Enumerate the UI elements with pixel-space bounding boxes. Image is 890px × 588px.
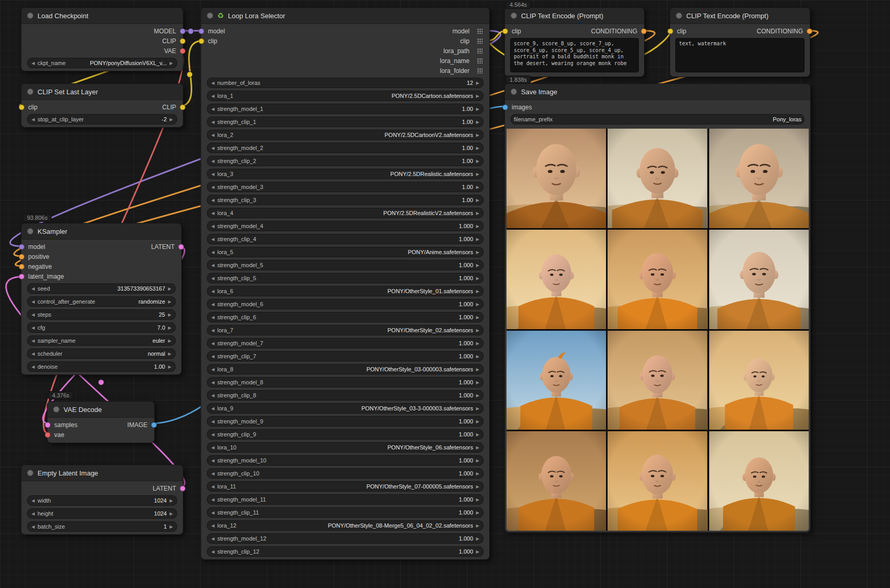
node-header[interactable]: CLIP Text Encode (Prompt) xyxy=(505,8,644,24)
decrement-arrow-icon[interactable]: ◀ xyxy=(210,406,216,411)
decrement-arrow-icon[interactable]: ◀ xyxy=(210,172,216,177)
decrement-arrow-icon[interactable]: ◀ xyxy=(30,326,36,330)
generated-image[interactable] xyxy=(506,431,606,531)
decrement-arrow-icon[interactable]: ◀ xyxy=(30,286,36,291)
increment-arrow-icon[interactable]: ▶ xyxy=(167,352,172,356)
increment-arrow-icon[interactable]: ▶ xyxy=(167,339,172,343)
cfg-widget[interactable]: ◀cfg7.0▶ xyxy=(27,322,176,333)
clip-input-slot[interactable] xyxy=(502,28,508,34)
negative-prompt-text-input[interactable]: text, watermark xyxy=(675,38,805,72)
increment-arrow-icon[interactable]: ▶ xyxy=(167,286,172,291)
node-loop-lora-selector[interactable]: ♻ Loop Lora Selector model model clip cl… xyxy=(201,7,490,560)
filename-prefix-widget[interactable]: filename_prefix Pony_loras xyxy=(511,114,805,124)
link-midpoint-dot-clip[interactable] xyxy=(187,71,193,78)
lora-name-widget[interactable]: ◀lora_5PONY/Anime.safetensors▶ xyxy=(207,247,484,257)
height-widget[interactable]: ◀height1024▶ xyxy=(27,508,177,519)
stop-at-clip-layer-widget[interactable]: ◀ stop_at_clip_layer -2 ▶ xyxy=(27,114,177,124)
list-output-icon[interactable] xyxy=(477,68,483,73)
prev-arrow-icon[interactable]: ◀ xyxy=(30,61,36,66)
node-clip-text-encode-negative[interactable]: CLIP Text Encode (Prompt) clip CONDITION… xyxy=(670,7,810,77)
generated-image[interactable] xyxy=(709,331,809,430)
clip-input-slot[interactable] xyxy=(668,28,673,34)
scheduler-widget[interactable]: ◀schedulernormal▶ xyxy=(27,348,176,359)
vae-input-slot[interactable] xyxy=(45,432,51,437)
collapse-dot[interactable] xyxy=(27,228,33,234)
decrement-arrow-icon[interactable]: ◀ xyxy=(210,367,216,372)
strength-clip-widget[interactable]: ◀strength_clip_71.000▶ xyxy=(207,351,484,361)
increment-arrow-icon[interactable]: ▶ xyxy=(475,81,480,85)
decrement-arrow-icon[interactable]: ◀ xyxy=(210,497,216,502)
list-output-icon[interactable] xyxy=(477,58,483,64)
increment-arrow-icon[interactable]: ▶ xyxy=(475,276,480,281)
strength-model-widget[interactable]: ◀strength_model_101.000▶ xyxy=(207,455,484,466)
model-output-slot[interactable] xyxy=(180,28,186,34)
negative-input-slot[interactable] xyxy=(19,264,24,269)
control-after-generate-widget[interactable]: ◀control_after_generaterandomize▶ xyxy=(27,296,176,307)
increment-arrow-icon[interactable]: ▶ xyxy=(475,302,480,307)
node-clip-set-last-layer[interactable]: CLIP Set Last Layer clip CLIP ◀ stop_at_… xyxy=(21,83,183,128)
sampler-name-widget[interactable]: ◀sampler_nameeuler▶ xyxy=(27,335,176,346)
collapse-dot[interactable] xyxy=(207,12,213,19)
lora-name-widget[interactable]: ◀lora_10PONY/OtherStyle_06.safetensors▶ xyxy=(207,442,484,453)
decrement-arrow-icon[interactable]: ◀ xyxy=(210,224,216,229)
node-header[interactable]: Save Image xyxy=(505,84,810,100)
denoise-widget[interactable]: ◀denoise1.00▶ xyxy=(27,361,176,372)
generated-image[interactable] xyxy=(608,331,707,430)
decrement-arrow-icon[interactable]: ◀ xyxy=(210,380,216,385)
decrement-arrow-icon[interactable]: ◀ xyxy=(210,133,216,137)
increment-arrow-icon[interactable]: ▶ xyxy=(475,133,480,137)
node-header[interactable]: CLIP Text Encode (Prompt) xyxy=(670,8,810,24)
increment-arrow-icon[interactable]: ▶ xyxy=(475,510,480,515)
strength-model-widget[interactable]: ◀strength_model_61.000▶ xyxy=(207,299,484,309)
increment-arrow-icon[interactable]: ▶ xyxy=(475,315,480,320)
decrement-arrow-icon[interactable]: ◀ xyxy=(210,328,216,333)
increment-arrow-icon[interactable]: ▶ xyxy=(475,328,480,333)
increment-arrow-icon[interactable]: ▶ xyxy=(167,312,172,317)
increment-arrow-icon[interactable]: ▶ xyxy=(475,94,480,98)
strength-clip-widget[interactable]: ◀strength_clip_111.000▶ xyxy=(207,507,484,518)
increment-arrow-icon[interactable]: ▶ xyxy=(167,326,172,330)
next-arrow-icon[interactable]: ▶ xyxy=(168,61,174,66)
lora-name-widget[interactable]: ◀lora_7PONY/OtherStyle_02.safetensors▶ xyxy=(207,325,484,335)
decrement-arrow-icon[interactable]: ◀ xyxy=(30,339,36,343)
generated-image[interactable] xyxy=(506,331,606,430)
collapse-dot[interactable] xyxy=(511,89,517,95)
increment-arrow-icon[interactable]: ▶ xyxy=(475,549,480,554)
strength-model-widget[interactable]: ◀strength_model_121.000▶ xyxy=(207,533,484,544)
strength-model-widget[interactable]: ◀strength_model_41.000▶ xyxy=(207,221,484,231)
strength-clip-widget[interactable]: ◀strength_clip_91.000▶ xyxy=(207,429,484,440)
link-midpoint-dot-latent[interactable] xyxy=(98,379,104,385)
decrement-arrow-icon[interactable]: ◀ xyxy=(210,458,216,463)
lora-name-widget[interactable]: ◀lora_8PONY/OtherStyle_03-000003.safeten… xyxy=(207,364,484,374)
strength-clip-widget[interactable]: ◀strength_clip_61.000▶ xyxy=(207,312,484,322)
increment-arrow-icon[interactable]: ▶ xyxy=(475,406,480,411)
increment-arrow-icon[interactable]: ▶ xyxy=(475,536,480,541)
ckpt-name-widget[interactable]: ◀ ckpt_name PONY/ponyDiffusionV6XL_v... … xyxy=(27,58,177,68)
decrement-arrow-icon[interactable]: ◀ xyxy=(30,312,36,317)
node-header[interactable]: ♻ Loop Lora Selector xyxy=(201,8,489,24)
strength-clip-widget[interactable]: ◀strength_clip_81.000▶ xyxy=(207,390,484,401)
generated-image[interactable] xyxy=(709,129,809,228)
strength-clip-widget[interactable]: ◀strength_clip_121.000▶ xyxy=(207,546,484,557)
increment-arrow-icon[interactable]: ▶ xyxy=(167,299,172,304)
lora-name-widget[interactable]: ◀lora_12PONY/OtherStyle_08-Merge5_06_04_… xyxy=(207,520,484,531)
decrement-arrow-icon[interactable]: ◀ xyxy=(210,419,216,424)
decrement-arrow-icon[interactable]: ◀ xyxy=(30,352,36,356)
images-input-slot[interactable] xyxy=(502,104,508,110)
increment-arrow-icon[interactable]: ▶ xyxy=(475,159,480,164)
decrement-arrow-icon[interactable]: ◀ xyxy=(210,120,216,124)
decrement-arrow-icon[interactable]: ◀ xyxy=(210,185,216,190)
lora-name-widget[interactable]: ◀lora_1PONY/2.5DCartoon.safetensors▶ xyxy=(207,91,484,101)
decrement-arrow-icon[interactable]: ◀ xyxy=(210,211,216,216)
increment-arrow-icon[interactable]: ▶ xyxy=(475,172,480,177)
list-output-icon[interactable] xyxy=(477,38,483,44)
collapse-dot[interactable] xyxy=(511,12,517,19)
collapse-dot[interactable] xyxy=(676,12,682,19)
increment-arrow-icon[interactable]: ▶ xyxy=(475,250,480,255)
increment-arrow-icon[interactable]: ▶ xyxy=(475,523,480,528)
model-input-slot[interactable] xyxy=(199,28,204,34)
decrement-arrow-icon[interactable]: ◀ xyxy=(210,276,216,281)
increment-arrow-icon[interactable]: ▶ xyxy=(475,458,480,463)
decrement-arrow-icon[interactable]: ◀ xyxy=(210,289,216,294)
lora-name-widget[interactable]: ◀lora_11PONY/OtherStyle_07-000005.safete… xyxy=(207,481,484,492)
